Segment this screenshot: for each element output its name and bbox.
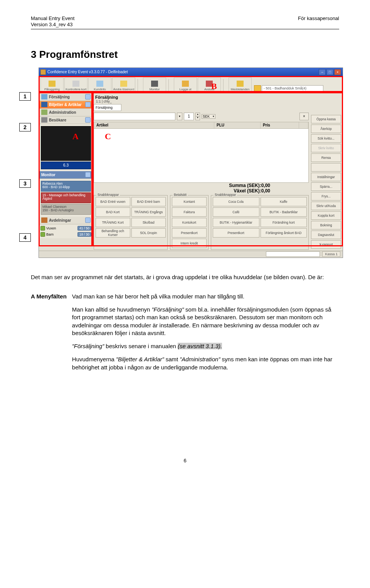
callout-3: 3 [19, 179, 31, 188]
page-number: 6 [31, 458, 339, 463]
header-audience: För kassapersonal [298, 15, 339, 28]
annot-C: C [105, 131, 111, 142]
minimize-button[interactable]: – [319, 69, 326, 75]
annot-B: B [211, 81, 217, 91]
window-titlebar[interactable]: Confidence Entry Event v3.3.0.77 - Delfi… [39, 68, 343, 76]
redbox-B [39, 76, 343, 92]
annot-A: A [72, 131, 79, 142]
window-title: Confidence Entry Event v3.3.0.77 - Delfi… [47, 70, 128, 74]
body-text: Det man ser av programmet när det starta… [31, 273, 339, 377]
app-icon [40, 69, 46, 75]
page-header: Manual Entry Event Version 3.4_rev 43 Fö… [31, 15, 339, 29]
callout-2: 2 [19, 123, 31, 131]
def-key-A: A Menyfälten [31, 293, 67, 377]
status-kassa: Kassa 1 [322, 251, 340, 257]
callout-1: 1 [19, 92, 31, 101]
header-title: Manual Entry Event [31, 15, 74, 22]
maximize-button[interactable]: □ [326, 69, 333, 75]
section-title: 3 Programfönstret [31, 49, 339, 61]
redbox-A [39, 92, 92, 246]
header-version: Version 3.4_rev 43 [31, 22, 74, 28]
def-p4: Huvudmenyerna ”Biljetter & Artiklar” sam… [72, 355, 339, 371]
def-p2: Man kan alltid se huvudmenyn ”Försäljnin… [72, 306, 339, 337]
def-p3: ”Försäljning” beskrivs senare i manualen… [72, 342, 339, 350]
close-button[interactable]: × [334, 69, 341, 75]
def-p1: Vad man kan se här beror helt på vilka m… [72, 293, 339, 300]
redbox-C [92, 92, 343, 246]
status-bar: Kassa 1 [39, 251, 343, 258]
callout-4: 4 [19, 233, 31, 242]
figure: 1 2 3 4 A B C Confidence Entry Event v3.… [27, 67, 339, 258]
intro-paragraph: Det man ser av programmet när det starta… [31, 273, 339, 281]
status-input[interactable] [266, 251, 320, 257]
